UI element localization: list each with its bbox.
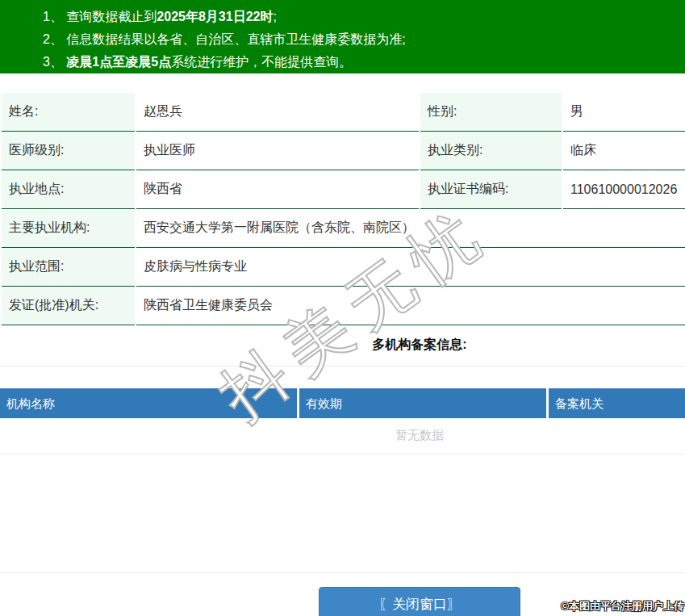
practice-scope-label: 执业范围: — [2, 248, 135, 287]
credit-watermark: ©本图由平台注册用户上传 — [561, 599, 684, 614]
table-row: 执业范围: 皮肤病与性病专业 — [2, 248, 685, 287]
notice-line-2: 2、 信息数据结果以各省、自治区、直辖市卫生健康委数据为准; — [43, 28, 685, 51]
table-row: 姓名: 赵恩兵 性别: 男 — [2, 93, 685, 132]
doctor-level-value: 执业医师 — [136, 132, 419, 170]
name-value: 赵恩兵 — [136, 93, 419, 132]
notice-line-3-text: 3、 — [43, 55, 66, 69]
main-institution-label: 主要执业机构: — [2, 209, 135, 248]
name-label: 姓名: — [2, 93, 135, 132]
gender-label: 性别: — [420, 93, 562, 132]
notice-line-1: 1、 查询数据截止到2025年8月31日22时; — [43, 6, 685, 28]
doctor-level-label: 医师级别: — [2, 132, 135, 170]
practice-scope-value: 皮肤病与性病专业 — [136, 248, 685, 287]
notice-line-2-text: 2、 信息数据结果以各省、自治区、直辖市卫生健康委数据为准; — [43, 32, 406, 46]
org-col-filing-authority: 备案机关 — [549, 388, 685, 418]
table-row: 医师级别: 执业医师 执业类别: 临床 — [2, 132, 685, 170]
multi-org-section-title: 多机构备案信息: — [0, 337, 685, 354]
practice-category-label: 执业类别: — [420, 132, 562, 170]
close-window-button[interactable]: 〖关闭窗口〗 — [319, 587, 520, 616]
certificate-number-label: 执业证书编码: — [420, 170, 562, 209]
org-table-header: 机构名称 有效期 备案机关 — [0, 388, 685, 418]
practice-location-value: 陕西省 — [136, 170, 419, 209]
table-row: 发证(批准)机关: 陕西省卫生健康委员会 — [2, 287, 685, 325]
practice-location-label: 执业地点: — [2, 170, 135, 209]
notice-line-1-suffix: ; — [273, 10, 276, 23]
certificate-number-value: 110610000012026 — [563, 170, 685, 209]
spacer — [0, 455, 685, 572]
notice-line-3-suffix: 系统进行维护，不能提供查询。 — [171, 55, 352, 69]
page-viewport: 1、 查询数据截止到2025年8月31日22时; 2、 信息数据结果以各省、自治… — [0, 0, 685, 616]
table-row: 主要执业机构: 西安交通大学第一附属医院（含东院、南院区） — [2, 209, 685, 248]
content-area: 1、 查询数据截止到2025年8月31日22时; 2、 信息数据结果以各省、自治… — [0, 0, 685, 616]
gender-value: 男 — [563, 93, 685, 132]
issuing-authority-label: 发证(批准)机关: — [2, 287, 135, 325]
notice-line-3: 3、 凌晨1点至凌晨5点系统进行维护，不能提供查询。 — [43, 51, 685, 73]
notice-line-1-text: 1、 查询数据截止到 — [43, 10, 157, 23]
practice-category-value: 临床 — [563, 132, 685, 170]
notice-line-3-bold: 凌晨1点至凌晨5点 — [66, 55, 171, 69]
issuing-authority-value: 陕西省卫生健康委员会 — [136, 287, 685, 325]
divider — [0, 366, 685, 367]
divider — [0, 572, 685, 573]
org-col-institution-name: 机构名称 — [0, 388, 297, 418]
notice-banner: 1、 查询数据截止到2025年8月31日22时; 2、 信息数据结果以各省、自治… — [0, 0, 685, 73]
doctor-info-table: 姓名: 赵恩兵 性别: 男 医师级别: 执业医师 执业类别: 临床 执业地点: … — [0, 93, 685, 325]
notice-line-1-bold: 2025年8月31日22时 — [157, 10, 273, 23]
table-row: 执业地点: 陕西省 执业证书编码: 110610000012026 — [2, 170, 685, 209]
empty-state: 暂无数据 — [0, 418, 685, 455]
org-col-validity-period: 有效期 — [299, 388, 546, 418]
main-institution-value: 西安交通大学第一附属医院（含东院、南院区） — [136, 209, 685, 248]
